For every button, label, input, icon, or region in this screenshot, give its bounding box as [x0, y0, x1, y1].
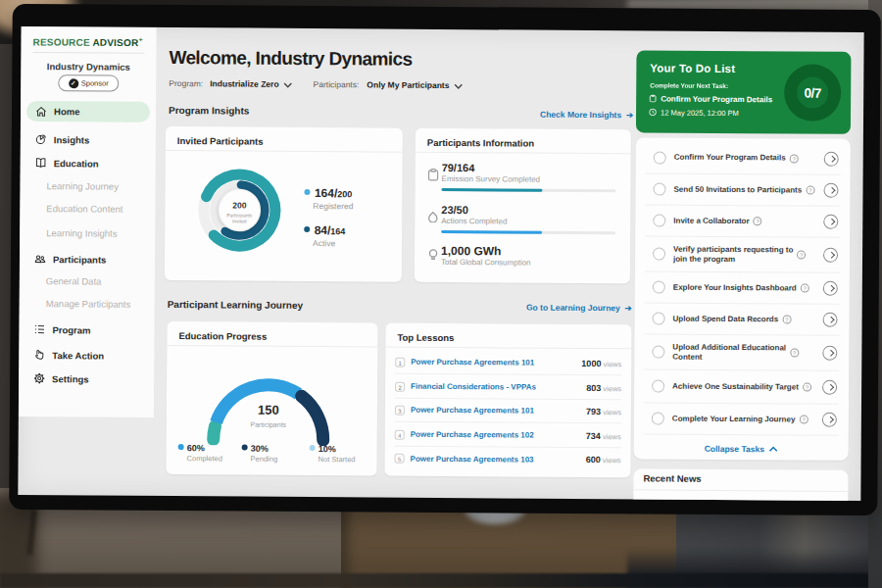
- svg-text:Invited: Invited: [232, 218, 247, 223]
- svg-text:150: 150: [258, 403, 279, 417]
- svg-text:200: 200: [232, 200, 247, 210]
- svg-text:Participants: Participants: [251, 421, 287, 429]
